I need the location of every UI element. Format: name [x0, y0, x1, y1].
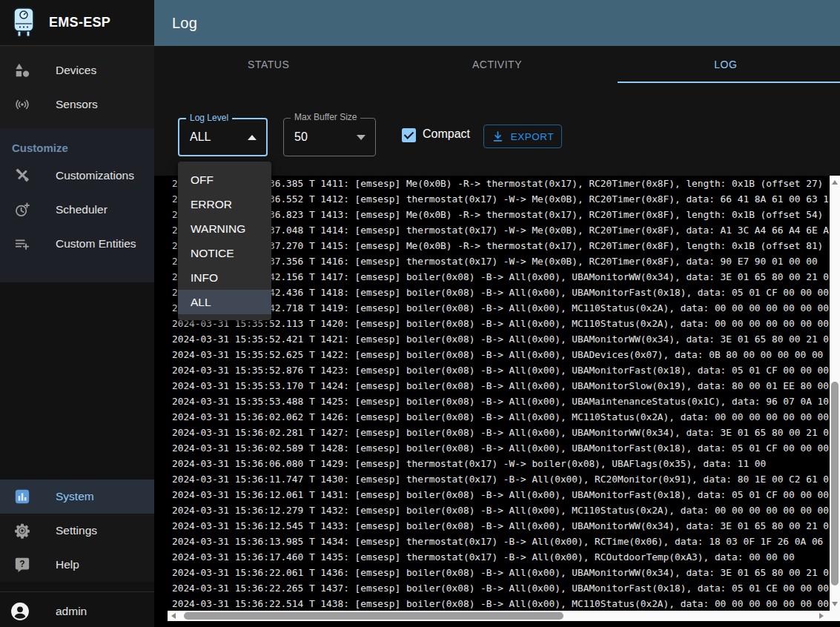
sidebar-item-label: Sensors — [56, 98, 98, 111]
shapes-icon — [13, 62, 31, 79]
log-line: 2024-03-31 15:35:52.625 T 1422: [emsesp]… — [172, 347, 830, 362]
compact-label: Compact — [423, 127, 470, 141]
svg-text:?: ? — [19, 559, 24, 569]
sidebar-item-label: Help — [56, 558, 79, 571]
export-button[interactable]: EXPORT — [483, 125, 562, 148]
sidebar-item-label: Customizations — [56, 169, 134, 182]
log-line: 2024-03-31 15:36:02.062 T 1426: [emsesp]… — [172, 409, 830, 425]
boiler-logo-icon — [11, 7, 36, 39]
account-icon — [10, 602, 30, 621]
scroll-left-arrow-icon[interactable] — [171, 613, 176, 619]
log-level-value: ALL — [190, 130, 211, 144]
log-line: 2024-03-31 15:36:06.080 T 1429: [emsesp]… — [172, 456, 830, 471]
log-line: 2024-03-31 15:35:53.488 T 1425: [emsesp]… — [172, 394, 830, 409]
sidebar-item-settings[interactable]: Settings — [0, 514, 154, 548]
sidebar-item-label: System — [56, 490, 94, 503]
horizontal-scrollbar[interactable] — [168, 611, 840, 621]
log-line: 2024-03-31 15:36:17.460 T 1435: [emsesp]… — [172, 549, 830, 565]
page-title: Log — [172, 15, 197, 32]
appbar: Log — [154, 0, 840, 46]
sidebar-item-label: Scheduler — [56, 203, 108, 216]
customize-section-header: Customize — [0, 128, 154, 159]
vertical-scrollbar[interactable] — [830, 176, 840, 611]
log-line: 2024-03-31 15:36:12.279 T 1432: [emsesp]… — [172, 502, 830, 518]
tab-status[interactable]: STATUS — [154, 46, 383, 83]
log-line: 2024-03-31 15:36:22.265 T 1437: [emsesp]… — [172, 580, 830, 596]
chevron-down-icon — [357, 135, 366, 140]
sidebar: EMS-ESP Devices Sens — [0, 0, 154, 627]
max-buffer-label: Max Buffer Size — [291, 112, 360, 122]
schedule-add-icon — [13, 201, 31, 219]
sidebar-divider — [0, 591, 154, 592]
sidebar-item-scheduler[interactable]: Scheduler — [0, 193, 154, 227]
log-line: 2024-03-31 15:36:22.514 T 1438: [emsesp]… — [172, 596, 830, 611]
compact-checkbox[interactable] — [402, 128, 416, 142]
log-line: 2024-03-31 15:36:02.589 T 1428: [emsesp]… — [172, 440, 830, 456]
log-line: 2024-03-31 15:36:12.061 T 1431: [emsesp]… — [172, 487, 830, 502]
playlist-add-icon — [13, 235, 31, 253]
user-label: admin — [56, 605, 87, 618]
sidebar-bottom-nav: System Settings ? Help — [0, 480, 154, 582]
log-level-option-warning[interactable]: WARNING — [178, 216, 271, 241]
horizontal-scrollbar-thumb[interactable] — [184, 612, 563, 620]
log-line: 2024-03-31 15:35:53.170 T 1424: [emsesp]… — [172, 378, 830, 394]
log-line: 2024-03-31 15:36:02.281 T 1427: [emsesp]… — [172, 425, 830, 440]
help-icon: ? — [13, 556, 31, 574]
scroll-right-arrow-icon[interactable] — [819, 613, 824, 619]
sidebar-item-devices[interactable]: Devices — [0, 53, 154, 87]
sidebar-item-custom-entities[interactable]: Custom Entities — [0, 227, 154, 261]
log-line: 2024-03-31 15:36:13.985 T 1434: [emsesp]… — [172, 534, 830, 549]
sidebar-user-admin[interactable]: admin — [0, 595, 154, 627]
sidebar-item-system[interactable]: System — [0, 480, 154, 514]
chevron-up-icon — [248, 135, 257, 140]
log-level-label: Log Level — [186, 113, 232, 123]
log-level-option-off[interactable]: OFF — [178, 167, 271, 192]
max-buffer-select[interactable]: Max Buffer Size 50 — [283, 118, 376, 156]
sidebar-item-sensors[interactable]: Sensors — [0, 87, 154, 122]
vertical-scrollbar-thumb[interactable] — [831, 382, 839, 585]
log-line: 2024-03-31 15:36:11.747 T 1430: [emsesp]… — [172, 471, 830, 487]
download-icon — [492, 130, 504, 143]
sidebar-item-label: Devices — [56, 64, 96, 77]
sidebar-main-nav: Devices Sensors — [0, 46, 154, 128]
tab-activity[interactable]: ACTIVITY — [383, 46, 611, 83]
log-line: 2024-03-31 15:36:12.545 T 1433: [emsesp]… — [172, 518, 830, 534]
scroll-down-arrow-icon[interactable] — [832, 602, 838, 606]
log-level-select[interactable]: Log Level ALL — [178, 118, 268, 156]
tab-log[interactable]: LOG — [612, 46, 840, 83]
tabbar: STATUS ACTIVITY LOG — [154, 46, 840, 83]
app-logo-row: EMS-ESP — [0, 0, 154, 46]
system-stats-icon — [13, 488, 31, 505]
gear-icon — [13, 522, 31, 540]
app-title: EMS-ESP — [49, 15, 110, 30]
sensors-icon — [13, 96, 31, 113]
sidebar-item-label: Custom Entities — [56, 237, 136, 251]
sidebar-item-label: Settings — [56, 524, 97, 537]
scroll-up-arrow-icon[interactable] — [832, 180, 838, 185]
log-level-option-error[interactable]: ERROR — [178, 192, 271, 216]
log-level-menu: OFFERRORWARNINGNOTICEINFOALL — [178, 162, 271, 320]
log-line: 2024-03-31 15:36:22.061 T 1436: [emsesp]… — [172, 565, 830, 580]
ems-esp-app: EMS-ESP Devices Sens — [0, 0, 840, 627]
log-line: 2024-03-31 15:35:52.876 T 1423: [emsesp]… — [172, 362, 830, 378]
sidebar-item-customizations[interactable]: Customizations — [0, 159, 154, 193]
max-buffer-value: 50 — [294, 130, 308, 144]
log-line: 2024-03-31 15:35:52.421 T 1421: [emsesp]… — [172, 331, 830, 347]
construction-icon — [13, 167, 31, 185]
sidebar-customize-section: Customize Customizations — [0, 128, 154, 282]
sidebar-item-help[interactable]: ? Help — [0, 548, 154, 582]
log-level-option-notice[interactable]: NOTICE — [178, 241, 271, 265]
log-level-option-info[interactable]: INFO — [178, 265, 271, 290]
log-level-option-all[interactable]: ALL — [178, 290, 271, 314]
export-button-label: EXPORT — [511, 131, 554, 142]
